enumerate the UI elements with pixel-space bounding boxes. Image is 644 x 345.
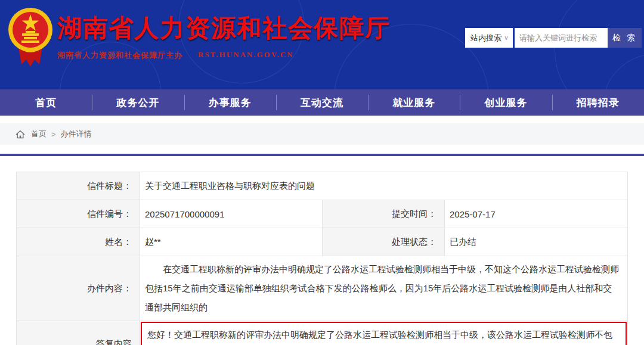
name-label: 姓名： xyxy=(17,228,140,256)
site-subtitle: 湖南省人力资源和社会保障厅主办 RST.HUNAN.GOV.CN xyxy=(57,50,391,61)
submit-time-label: 提交时间： xyxy=(323,200,445,228)
site-subtitle-text: 湖南省人力资源和社会保障厅主办 xyxy=(57,50,182,61)
letter-number-value: 2025071700000091 xyxy=(140,200,323,228)
reply-label: 答复内容 xyxy=(17,321,140,345)
letter-detail: 信件标题： 关于交通工程职业咨格与职称对应表的问题 信件编号： 20250717… xyxy=(0,172,644,345)
national-emblem-icon xyxy=(7,5,54,73)
breadcrumb: 首页 > 办件详情 xyxy=(0,123,644,145)
breadcrumb-separator: > xyxy=(51,130,56,139)
main-nav: 首页 政务公开 办事服务 互动交流 就业服务 创业服务 招聘招录 xyxy=(0,89,644,116)
nav-item-recruitment[interactable]: 招聘招录 xyxy=(552,89,644,116)
search-scope-label: 站内搜索 xyxy=(470,33,501,43)
table-row: 姓名： 赵** 处理状态： 已办结 xyxy=(17,228,628,256)
home-icon[interactable] xyxy=(16,130,25,139)
table-row: 信件编号： 2025071700000091 提交时间： 2025-07-17 xyxy=(17,200,628,228)
site-header: 湖南省人力资源和社会保障厅 湖南省人力资源和社会保障厅主办 RST.HUNAN.… xyxy=(0,0,644,89)
table-row: 办件内容： 在交通工程职称新的评审办法中明确规定了公路水运工程试验检测师相当于中… xyxy=(17,256,628,321)
search-button[interactable]: 检 索 xyxy=(608,28,642,48)
nav-item-interaction[interactable]: 互动交流 xyxy=(276,89,368,116)
submit-time-value: 2025-07-17 xyxy=(445,200,628,228)
name-value: 赵** xyxy=(140,228,323,256)
nav-item-employment[interactable]: 就业服务 xyxy=(368,89,460,116)
breadcrumb-current: 办件详情 xyxy=(61,129,92,139)
chevron-down-icon: ∨ xyxy=(504,34,509,42)
nav-item-entrepreneurship[interactable]: 创业服务 xyxy=(460,89,552,116)
status-value: 已办结 xyxy=(445,228,628,256)
site-title: 湖南省人力资源和社会保障厅 xyxy=(57,12,391,45)
table-row: 答复内容 您好！交通工程职称新的评审办法中明确规定了公路水运工程试验检测师相当于… xyxy=(17,321,628,345)
content-label: 办件内容： xyxy=(17,256,140,321)
letter-title-label: 信件标题： xyxy=(17,172,140,200)
table-row: 信件标题： 关于交通工程职业咨格与职称对应表的问题 xyxy=(17,172,628,200)
site-search: 站内搜索 ∨ 检 索 xyxy=(465,28,642,48)
nav-item-services[interactable]: 办事服务 xyxy=(184,89,276,116)
nav-item-home[interactable]: 首页 xyxy=(0,89,92,116)
reply-highlight-box: 您好！交通工程职称新的评审办法中明确规定了公路水运工程试验检测师相当于中级，该公… xyxy=(141,322,627,345)
reply-value: 您好！交通工程职称新的评审办法中明确规定了公路水运工程试验检测师相当于中级，该公… xyxy=(140,321,628,345)
letter-title-value: 关于交通工程职业咨格与职称对应表的问题 xyxy=(140,172,628,200)
site-url: RST.HUNAN.GOV.CN xyxy=(198,50,293,61)
search-input[interactable] xyxy=(515,28,608,48)
letter-number-label: 信件编号： xyxy=(17,200,140,228)
status-label: 处理状态： xyxy=(323,228,445,256)
breadcrumb-home-link[interactable]: 首页 xyxy=(31,129,47,139)
content-value: 在交通工程职称新的评审办法中明确规定了公路水运工程试验检测师相当于中级，不知这个… xyxy=(140,256,628,321)
search-scope-dropdown[interactable]: 站内搜索 ∨ xyxy=(465,28,513,48)
nav-item-gov-affairs[interactable]: 政务公开 xyxy=(92,89,184,116)
